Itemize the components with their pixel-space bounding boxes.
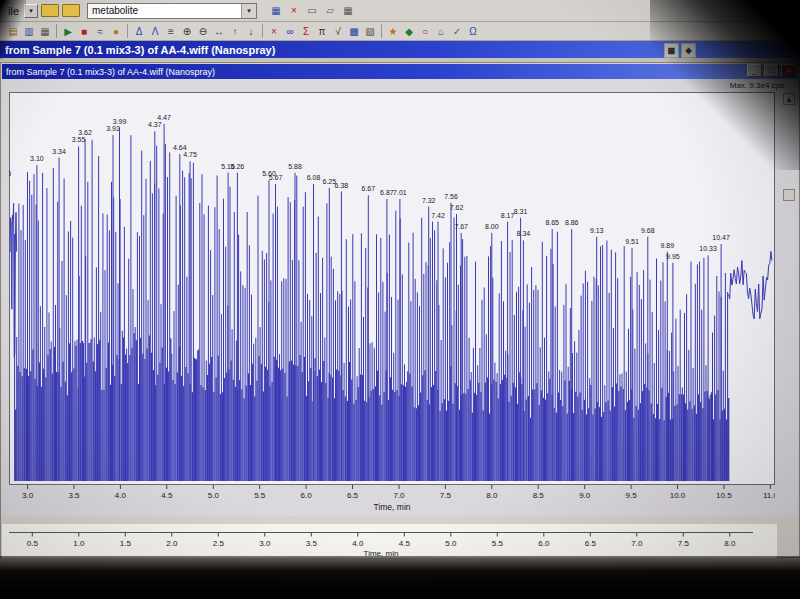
floating-toolbar: ▦◆ (664, 43, 696, 58)
svg-text:5.0: 5.0 (208, 491, 220, 500)
svg-text:3.34: 3.34 (52, 148, 66, 155)
acquire-icon[interactable]: ▶ (60, 24, 76, 39)
delete-pane-icon[interactable]: × (266, 24, 282, 39)
star-icon[interactable]: ★ (385, 24, 401, 39)
spectrum-icon[interactable]: Λ (147, 24, 163, 39)
svg-text:10.47: 10.47 (712, 234, 730, 241)
svg-text:7.5: 7.5 (678, 539, 690, 548)
toolbar-separator (127, 24, 128, 38)
zoom-in-icon[interactable]: ⊕ (179, 24, 195, 39)
svg-text:6.87: 6.87 (380, 189, 394, 196)
svg-text:4.5: 4.5 (399, 539, 411, 548)
svg-text:4.64: 4.64 (173, 144, 187, 151)
svg-text:1.5: 1.5 (120, 539, 132, 548)
equilibrate-icon[interactable]: ≈ (92, 24, 108, 39)
close-button[interactable]: × (781, 64, 796, 77)
top-toolbar: ile ▾ metabolite ▾ ▦×▭▱▦ (0, 0, 800, 22)
svg-text:4.0: 4.0 (352, 539, 364, 548)
shift-down-icon[interactable]: ↓ (243, 24, 259, 39)
chromatogram-icon[interactable]: Δ (131, 24, 147, 39)
save-icon[interactable]: ▥ (21, 24, 37, 39)
tile-windows-icon[interactable]: ▦ (340, 3, 356, 18)
target-icon[interactable]: ○ (417, 24, 433, 39)
svg-text:4.75: 4.75 (183, 151, 197, 158)
toolbar-separator (381, 24, 382, 38)
pi-icon[interactable]: π (314, 24, 330, 39)
workspace: from Sample 7 (0.1 mix3-3) of AA-4.wiff … (0, 58, 800, 559)
svg-text:3.62: 3.62 (78, 129, 92, 136)
chromatogram-window: from Sample 7 (0.1 mix3-3) of AA-4.wiff … (0, 62, 800, 558)
svg-text:9.13: 9.13 (590, 227, 604, 234)
open-method-icon[interactable]: ▤ (5, 24, 21, 39)
svg-text:10.0: 10.0 (670, 491, 686, 500)
pin-icon[interactable]: ◆ (681, 43, 696, 58)
scrollbar-thumb[interactable] (783, 189, 795, 201)
new-window-icon[interactable]: ▭ (304, 3, 320, 18)
folder-icon[interactable] (41, 4, 59, 17)
zoom-out-icon[interactable]: ⊖ (195, 24, 211, 39)
svg-text:5.0: 5.0 (445, 539, 457, 548)
stop-icon[interactable]: ■ (76, 24, 92, 39)
svg-text:10.5: 10.5 (716, 491, 732, 500)
link-panes-icon[interactable]: ∞ (282, 24, 298, 39)
svg-text:5.67: 5.67 (269, 174, 283, 181)
second-plot-axis[interactable]: 0.51.01.52.02.53.03.54.04.55.05.56.06.57… (9, 524, 753, 558)
svg-text:8.34: 8.34 (517, 230, 531, 237)
child-window-title: from Sample 7 (0.1 mix3-3) of AA-4.wiff … (6, 67, 215, 77)
table-icon[interactable]: ▩ (346, 24, 362, 39)
minimize-button[interactable]: _ (747, 64, 762, 77)
method-combobox[interactable]: metabolite ▾ (87, 3, 257, 19)
svg-text:6.0: 6.0 (301, 491, 313, 500)
shift-up-icon[interactable]: ↑ (227, 24, 243, 39)
grid-view-icon[interactable]: ▦ (268, 3, 284, 18)
cascade-windows-icon[interactable]: ▱ (322, 3, 338, 18)
svg-text:11.0: 11.0 (763, 491, 775, 500)
pane-maximize-button[interactable]: ▲ (783, 93, 795, 105)
chevron-down-icon[interactable]: ▾ (241, 4, 256, 18)
top-toolbar-icons: ▦×▭▱▦ (268, 3, 356, 18)
svg-text:8.0: 8.0 (724, 539, 736, 548)
notes-icon[interactable]: ▧ (362, 24, 378, 39)
sigma-icon[interactable]: Σ (298, 24, 314, 39)
overlay-icon[interactable]: ≡ (163, 24, 179, 39)
svg-text:4.37: 4.37 (148, 121, 162, 128)
window-titlebar[interactable]: from Sample 7 (0.1 mix3-3) of AA-4.wiff … (0, 41, 800, 58)
info-icon[interactable]: Ω (465, 24, 481, 39)
svg-text:7.67: 7.67 (454, 223, 468, 230)
svg-text:9.95: 9.95 (666, 253, 680, 260)
home-icon[interactable]: ⌂ (433, 24, 449, 39)
svg-text:8.17: 8.17 (501, 212, 515, 219)
close-view-icon[interactable]: × (286, 3, 302, 18)
svg-text:Time, min: Time, min (374, 502, 411, 512)
svg-text:7.56: 7.56 (444, 193, 458, 200)
folder-open-icon[interactable] (62, 4, 80, 17)
chromatogram-plot[interactable]: 2.753.103.343.553.623.923.994.374.474.64… (9, 92, 775, 512)
svg-text:8.86: 8.86 (565, 219, 579, 226)
svg-text:9.5: 9.5 (626, 491, 638, 500)
svg-text:Time, min: Time, min (364, 549, 399, 558)
svg-text:6.0: 6.0 (538, 539, 550, 548)
menu-fragment[interactable]: ile (8, 5, 19, 17)
svg-text:6.08: 6.08 (307, 174, 321, 181)
child-window-titlebar[interactable]: from Sample 7 (0.1 mix3-3) of AA-4.wiff … (2, 64, 798, 79)
flag-icon[interactable]: ◆ (401, 24, 417, 39)
combo-value: metabolite (92, 5, 138, 16)
print-icon[interactable]: ▦ (37, 24, 53, 39)
svg-text:4.0: 4.0 (115, 491, 127, 500)
svg-text:6.67: 6.67 (361, 185, 375, 192)
standby-icon[interactable]: ● (108, 24, 124, 39)
application-window: ile ▾ metabolite ▾ ▦×▭▱▦ ▤▥▦▶■≈●ΔΛ≡⊕⊖↔↑↓… (0, 0, 800, 599)
svg-text:9.0: 9.0 (579, 491, 591, 500)
restore-button[interactable]: □ (764, 64, 779, 77)
sqrt-icon[interactable]: √ (330, 24, 346, 39)
svg-text:7.5: 7.5 (440, 491, 452, 500)
expand-x-icon[interactable]: ↔ (211, 24, 227, 39)
toolbar-separator (262, 24, 263, 38)
dropdown-arrow-button[interactable]: ▾ (24, 4, 38, 18)
check-icon[interactable]: ✓ (449, 24, 465, 39)
svg-text:10.33: 10.33 (699, 245, 717, 252)
toolbox-icon[interactable]: ▦ (664, 43, 679, 58)
svg-text:2.0: 2.0 (166, 539, 178, 548)
main-toolbar: ▤▥▦▶■≈●ΔΛ≡⊕⊖↔↑↓×∞Σπ√▩▧★◆○⌂✓Ω (0, 22, 800, 41)
svg-text:8.5: 8.5 (533, 491, 545, 500)
